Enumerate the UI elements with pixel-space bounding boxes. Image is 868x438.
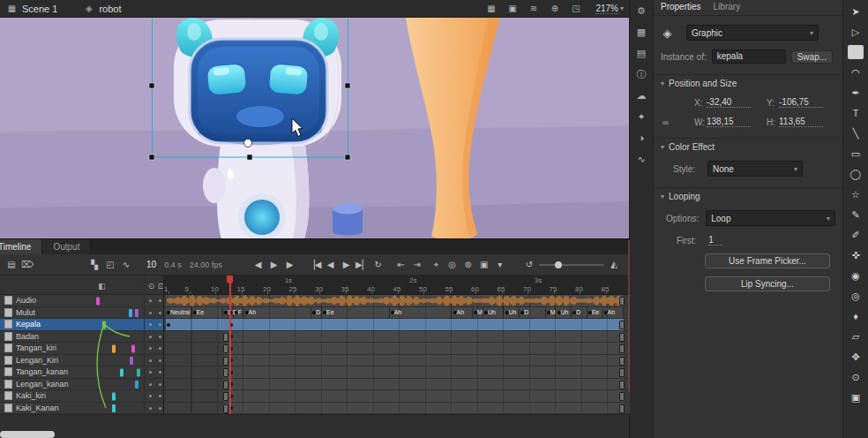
delete-layer-icon[interactable]: ⌦	[21, 259, 34, 271]
mouth-frame-segment[interactable]: D	[311, 307, 322, 319]
onion-skin-icon[interactable]: ◎	[446, 259, 459, 271]
current-frame-indicator[interactable]: 10	[146, 260, 156, 269]
layer-lock-dot[interactable]	[159, 312, 161, 314]
looping-options-dropdown[interactable]: Loop ▾	[706, 210, 835, 226]
swatches-dock-icon[interactable]: ◑	[633, 131, 649, 146]
layer-lock-dot[interactable]	[159, 359, 161, 362]
use-frame-picker-button[interactable]: Use Frame Picker...	[705, 253, 830, 268]
rectangle-tool[interactable]: ▭	[848, 147, 864, 161]
frame-span-end-marker[interactable]	[619, 333, 625, 342]
step-back-icon[interactable]: ◀	[252, 259, 265, 271]
section-color-effect[interactable]: ▾ Color Effect	[654, 138, 842, 152]
layer-lock-dot[interactable]	[159, 336, 161, 338]
frame-span[interactable]	[166, 295, 624, 306]
info-dock-icon[interactable]: ⓘ	[633, 67, 649, 82]
layer-frames-Mulut[interactable]: NeutralEeDEFAhDEeAhAhMUhUhDMUhDEeAh	[164, 307, 630, 320]
frame-ruler[interactable]: 1s2s3s1510152025303540455055606570758085	[163, 276, 629, 295]
frame-span-end-marker[interactable]	[619, 357, 625, 366]
layer-item-Audio[interactable]: Audio	[0, 295, 163, 307]
layer-lock-dot[interactable]	[159, 407, 161, 410]
layer-lock-dot[interactable]	[159, 347, 161, 350]
layer-frames-Kepala[interactable]	[164, 319, 630, 331]
zoom-tool[interactable]: ⊙	[848, 370, 864, 384]
modify-markers-icon[interactable]: ▾	[494, 259, 506, 271]
frame-span-end-marker[interactable]	[619, 381, 625, 389]
playhead[interactable]	[229, 276, 231, 414]
layer-item-Kaki_Kanan[interactable]: Kaki_Kanan	[0, 403, 163, 415]
frame-span[interactable]	[166, 331, 624, 343]
layer-item-Kepala[interactable]: Kepala	[0, 319, 163, 331]
frame-span-end-marker[interactable]	[619, 404, 625, 413]
new-layer-icon[interactable]: ▤	[5, 259, 18, 271]
layer-item-Badan[interactable]: Badan	[0, 331, 163, 344]
playhead-handle[interactable]	[227, 276, 233, 283]
layer-item-Lengan_Kiri[interactable]: Lengan_Kiri	[0, 355, 163, 367]
layer-frames-Badan[interactable]	[164, 331, 630, 344]
horizontal-scrollbar-thumb[interactable]	[0, 431, 55, 438]
bone-tool[interactable]: ✜	[848, 248, 864, 262]
mouth-frame-segment[interactable]: Ee	[192, 307, 223, 319]
mouth-frame-segment[interactable]: Uh	[483, 307, 505, 319]
step-forward-icon[interactable]: ▶	[284, 259, 296, 271]
frame-span[interactable]	[166, 355, 624, 366]
keyframe-dot[interactable]	[167, 323, 170, 327]
frame-view-icon[interactable]: ▚	[88, 259, 101, 271]
mouth-frame-segment[interactable]: M	[473, 307, 483, 319]
text-tool[interactable]: T	[848, 106, 864, 120]
frame-span-end-marker[interactable]	[223, 333, 228, 342]
go-to-last-icon[interactable]: ▶▏	[356, 259, 369, 271]
tab-properties[interactable]: Properties	[661, 2, 701, 11]
transform-point[interactable]	[244, 140, 252, 147]
paint-bucket-tool[interactable]: ◉	[848, 268, 864, 283]
mouth-frame-segment[interactable]: D	[572, 307, 587, 319]
extend-right-icon[interactable]: ⇥	[411, 259, 423, 271]
extend-left-icon[interactable]: ⇤	[395, 259, 408, 271]
layer-item-Lengan_kanan[interactable]: Lengan_kanan	[0, 379, 163, 391]
hand-tool[interactable]: ✥	[848, 350, 864, 364]
x-value[interactable]: -32,40	[707, 97, 751, 108]
brushes-dock-icon[interactable]: ✦	[633, 110, 649, 125]
selection-tool[interactable]: ➤	[848, 4, 864, 19]
library-dock-icon[interactable]: ▤	[633, 46, 649, 61]
timeline-zoom-slider[interactable]	[539, 264, 604, 266]
layer-visibility-dot[interactable]	[149, 347, 152, 350]
play-icon[interactable]: ▶	[268, 259, 281, 271]
swap-button[interactable]: Swap...	[791, 50, 833, 64]
frame-span-end-marker[interactable]	[223, 344, 228, 353]
frame-span[interactable]	[166, 319, 624, 330]
eyedropper-tool[interactable]: ♦	[848, 309, 864, 323]
oval-tool[interactable]: ◯	[848, 167, 864, 181]
center-stage-icon[interactable]: ⊕	[548, 2, 561, 15]
subselection-tool[interactable]: ▷	[848, 25, 864, 39]
mouth-frame-segment[interactable]: D	[520, 307, 546, 319]
mouth-frame-segment[interactable]: F	[234, 307, 244, 319]
properties-dock-icon[interactable]: ⚙	[633, 4, 649, 19]
frame-rate[interactable]: 24.00 fps	[190, 261, 222, 269]
fit-view-icon[interactable]: ◳	[569, 2, 582, 15]
polystar-tool[interactable]: ☆	[848, 187, 864, 201]
timeline-zoom-reset-icon[interactable]: ↺	[523, 259, 535, 271]
layer-item-Kaki_kiri[interactable]: Kaki_kiri	[0, 390, 163, 403]
mouth-frame-segment[interactable]: Uh	[557, 307, 572, 319]
section-position-size[interactable]: ▾ Position and Size	[654, 74, 842, 88]
lip-syncing-button[interactable]: Lip Syncing...	[705, 276, 830, 291]
mouth-frame-segment[interactable]: Ah	[244, 307, 312, 319]
frame-span-end-marker[interactable]	[223, 404, 228, 413]
layer-lock-dot[interactable]	[159, 395, 161, 397]
layer-visibility-dot[interactable]	[149, 336, 152, 338]
mouth-frame-segment[interactable]: Uh	[505, 307, 520, 319]
layer-lock-dot[interactable]	[159, 299, 161, 302]
free-transform-tool[interactable]: ⊡	[848, 45, 864, 59]
paint-brush-tool[interactable]: ✐	[848, 228, 864, 242]
curves-dock-icon[interactable]: ∿	[633, 152, 649, 167]
pencil-tool[interactable]: ✎	[848, 208, 864, 222]
link-dimensions-icon[interactable]: ∞	[662, 117, 669, 127]
mouth-frame-segment[interactable]: Ah	[390, 307, 453, 319]
section-looping[interactable]: ▾ Looping	[654, 187, 842, 201]
frame-span-end-marker[interactable]	[223, 381, 228, 389]
next-frame-icon[interactable]: ▶	[340, 259, 353, 271]
frame-span-end-marker[interactable]	[619, 321, 625, 329]
layer-visibility-dot[interactable]	[149, 359, 152, 362]
tab-output[interactable]: Output	[42, 239, 91, 254]
layer-visibility-dot[interactable]	[149, 407, 152, 410]
